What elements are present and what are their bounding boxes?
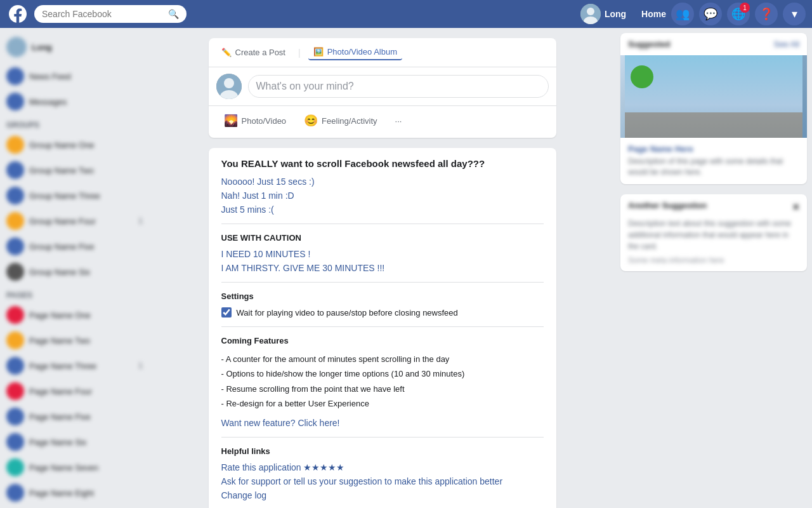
- sidebar-item-label: News Feed: [29, 72, 71, 81]
- sidebar-item-label: Group Name Five: [29, 242, 95, 251]
- sidebar-item-label: Page Name Five: [29, 412, 91, 422]
- caution-link-10min[interactable]: I NEED 10 MINUTES !: [221, 249, 544, 259]
- photo-video-button[interactable]: 🌄 Photo/Video: [216, 110, 294, 131]
- divider-3: [221, 326, 544, 327]
- right-card-2-close[interactable]: ×: [792, 201, 799, 214]
- home-link[interactable]: Home: [641, 9, 666, 19]
- facebook-logo: [6, 3, 29, 25]
- settings-icon-btn[interactable]: ▾: [783, 3, 806, 25]
- messenger-icon-btn[interactable]: 💬: [699, 3, 722, 25]
- list-item[interactable]: Page Name Six: [0, 429, 149, 455]
- want-new-feature-link[interactable]: Want new feature? Click here!: [221, 418, 544, 428]
- quick-link-5min[interactable]: Just 5 mins :(: [221, 204, 544, 215]
- list-item[interactable]: Page Name Three 1: [0, 353, 149, 378]
- sidebar-item-icon: [6, 458, 24, 476]
- photo-video-label: Photo/Video: [242, 116, 287, 126]
- post-box: ✏️ Create a Post | 🖼️ Photo/Video Album: [209, 38, 556, 138]
- list-item[interactable]: Group Name Five: [0, 234, 149, 259]
- list-item[interactable]: Page Name Eight: [0, 480, 149, 505]
- change-log-link[interactable]: Change log: [221, 490, 544, 500]
- right-card-content: Page Name Here Description of this page …: [620, 138, 807, 184]
- page-wrap: Long News Feed Messages Groups: [0, 0, 812, 508]
- list-item[interactable]: Page Name Five: [0, 404, 149, 429]
- list-item[interactable]: Messages: [0, 89, 149, 114]
- post-actions: 🌄 Photo/Video 😊 Feeling/Activity ···: [209, 105, 556, 138]
- ask-support-link[interactable]: Ask for support or tell us your suggesti…: [221, 476, 544, 486]
- sidebar-item-icon: [6, 212, 24, 230]
- svg-point-4: [224, 78, 234, 88]
- list-item[interactable]: Page Name One: [0, 302, 149, 328]
- sidebar-item-label: Page Name Six: [29, 438, 86, 447]
- sidebar-item-icon: [6, 263, 24, 281]
- caution-label: USE WITH CAUTION: [221, 233, 544, 243]
- sidebar-item-label: Messages: [29, 97, 67, 107]
- sidebar-user-row[interactable]: Long: [0, 33, 149, 61]
- divider-4: [221, 437, 544, 438]
- friends-icon-btn[interactable]: 👥: [671, 3, 694, 25]
- rate-label: Rate this application ★★★★★: [221, 462, 345, 472]
- sidebar-item-icon: [6, 382, 24, 400]
- quick-link-15sec[interactable]: Nooooo! Just 15 secs :): [221, 177, 544, 187]
- coming-feature-4: - Re-design for a better User Experience: [221, 396, 544, 411]
- post-user-avatar: [216, 74, 242, 99]
- sidebar-item-icon: [6, 357, 24, 375]
- right-card-2-title: Another Suggestion ×: [628, 201, 799, 214]
- sidebar-item-icon: [6, 136, 24, 154]
- right-card-header: Suggested See All: [620, 33, 807, 55]
- list-item[interactable]: Page Name Two: [0, 328, 149, 353]
- photo-icon: 🖼️: [313, 47, 324, 57]
- sidebar-item-icon: [6, 237, 24, 255]
- sidebar-item-label: Page Name Two: [29, 336, 90, 345]
- sidebar-item-icon: [6, 306, 24, 324]
- sidebar-item-label: Group Name One: [29, 140, 95, 150]
- see-all-link[interactable]: See All: [774, 39, 799, 49]
- notifications-icon-btn[interactable]: 🌐 1: [727, 3, 750, 25]
- svg-point-1: [587, 8, 594, 15]
- rate-link[interactable]: Rate this application ★★★★★: [221, 462, 544, 472]
- sidebar-item-icon: [6, 408, 24, 425]
- right-card-2-meta: Some meta information here: [628, 256, 799, 265]
- list-item[interactable]: Group Name One: [0, 132, 149, 157]
- sidebar-avatar: [6, 37, 27, 57]
- sidebar-section-label: Groups: [0, 114, 149, 132]
- divider-2: [221, 282, 544, 283]
- sidebar-item-label: Page Name Four: [29, 387, 92, 396]
- list-item[interactable]: Group Name Four 1: [0, 208, 149, 234]
- sidebar-item-icon: [6, 161, 24, 179]
- list-item[interactable]: News Feed: [0, 64, 149, 89]
- sidebar-item-icon: [6, 67, 24, 85]
- help-icon: ❓: [759, 7, 773, 21]
- checkbox-label: Wait for playing video to pause/stop bef…: [237, 308, 458, 318]
- video-pause-checkbox[interactable]: [221, 307, 232, 318]
- right-card-desc: Description of this page with some detai…: [628, 156, 799, 178]
- right-card-image: [620, 55, 807, 138]
- caution-link-30min[interactable]: I AM THIRSTY. GIVE ME 30 MINUTES !!!: [221, 263, 544, 273]
- more-icon: ···: [395, 116, 402, 126]
- sidebar-item-label: Page Name Seven: [29, 463, 98, 472]
- sidebar-item-label: Group Name Four: [29, 217, 96, 226]
- create-post-tab[interactable]: ✏️ Create a Post: [216, 45, 291, 60]
- feeling-activity-button[interactable]: 😊 Feeling/Activity: [296, 110, 384, 131]
- search-input[interactable]: [42, 9, 166, 19]
- list-item[interactable]: Group Name Three: [0, 183, 149, 208]
- green-badge: [631, 65, 653, 88]
- coming-feature-3: - Resume scrolling from the point that w…: [221, 382, 544, 396]
- sidebar-item-icon: [6, 93, 24, 110]
- help-icon-btn[interactable]: ❓: [755, 3, 778, 25]
- more-options-button[interactable]: ···: [388, 112, 410, 130]
- sidebar-item-label: Page Name Three: [29, 361, 96, 371]
- list-item[interactable]: Page Name Four: [0, 378, 149, 404]
- post-placeholder[interactable]: What's on your mind?: [248, 75, 549, 98]
- list-item[interactable]: Group Name Six: [0, 259, 149, 284]
- post-input-area: What's on your mind?: [209, 67, 556, 105]
- photo-video-icon: 🌄: [224, 114, 238, 128]
- list-item[interactable]: Group Name Two: [0, 157, 149, 183]
- search-bar[interactable]: 🔍: [34, 5, 187, 23]
- user-area[interactable]: Long: [580, 4, 626, 24]
- quick-link-1min[interactable]: Nah! Just 1 min :D: [221, 190, 544, 201]
- sidebar-item-label: Page Name Eight: [29, 488, 94, 498]
- coming-features-label: Coming Features: [221, 336, 544, 345]
- list-item[interactable]: Page Name Seven: [0, 455, 149, 480]
- photo-album-tab[interactable]: 🖼️ Photo/Video Album: [308, 44, 402, 60]
- nav-right: Long Home 👥 💬 🌐 1 ❓ ▾: [580, 3, 806, 25]
